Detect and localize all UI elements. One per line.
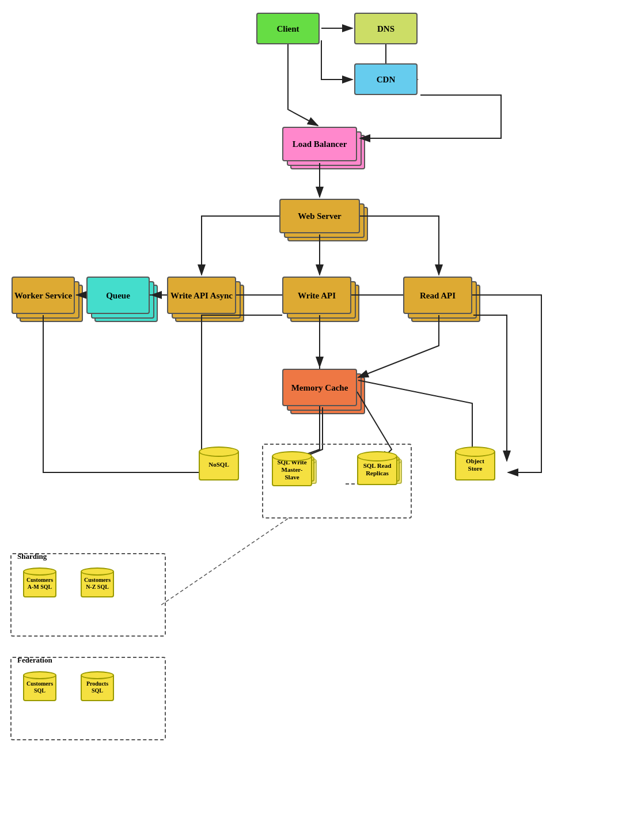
- federation-label: Federation: [17, 656, 52, 665]
- sql-read-node: SQL Read Replicas: [357, 451, 405, 509]
- client-node: Client: [256, 13, 320, 44]
- sharding-label: Sharding: [17, 552, 47, 561]
- dns-node: DNS: [354, 13, 418, 44]
- memory-cache-node: Memory Cache: [282, 369, 357, 406]
- customers-nz-node: Customers N-Z SQL: [81, 567, 114, 597]
- products-fed-node: Products SQL: [81, 671, 114, 701]
- sql-write-node: SQL Write Master-Slave: [272, 451, 320, 509]
- write-api-node: Write API: [282, 277, 351, 314]
- read-api-node: Read API: [403, 277, 472, 314]
- queue-node: Queue: [86, 277, 150, 314]
- write-api-async-node: Write API Async: [167, 277, 236, 314]
- customers-am-node: Customers A-M SQL: [23, 567, 56, 597]
- svg-line-7: [161, 519, 288, 605]
- object-store-node: Object Store: [455, 447, 495, 480]
- load-balancer-node: Load Balancer: [282, 127, 357, 161]
- web-server-node: Web Server: [279, 199, 360, 233]
- worker-service-node: Worker Service: [12, 277, 75, 314]
- cdn-node: CDN: [354, 63, 418, 95]
- nosql-node: NoSQL: [199, 447, 239, 480]
- customers-fed-node: Customers SQL: [23, 671, 56, 701]
- diagram: Client DNS CDN Load Balancer Web Server …: [0, 0, 622, 840]
